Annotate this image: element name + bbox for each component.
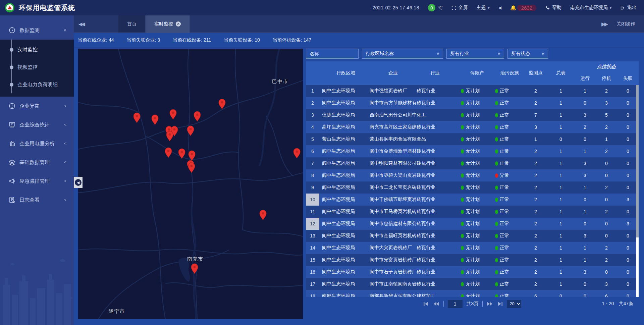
last-page-button[interactable] [497, 302, 503, 306]
table-row[interactable]: 8阆中生态环境局阆中市枣碧大梁山页岩砖瓦行业无计划异常21300 [306, 169, 639, 181]
column-header-停限产[interactable]: 停限产 [453, 61, 494, 85]
sidebar-submenu: 实时监控视频监控企业电力负荷明细 [0, 40, 74, 97]
cell-monitor-points: 2 [524, 157, 547, 169]
cell-running: 0 [574, 218, 596, 230]
table-row[interactable]: 9阆中生态环境局阆中市二龙长宝页岩砖砖瓦行业无计划正常21120 [306, 181, 639, 194]
org-dropdown[interactable]: 南充市生态环境局▾ [570, 5, 611, 11]
map-pin-icon[interactable] [151, 114, 159, 125]
table-row[interactable]: 1阆中生态环境局阆中强锐页岩砖厂砖瓦行业无计划正常21120 [306, 85, 639, 97]
map-city-label: 南充市 [187, 256, 203, 262]
table-row[interactable]: 10阆中生态环境局阆中千佛镇五郎垭页岩砖瓦行业无计划正常21003 [306, 194, 639, 206]
page-size-select[interactable]: 20 [507, 300, 521, 308]
sidebar-item-企业用电量分析[interactable]: 企业用电量分析< [0, 134, 74, 153]
table-row[interactable]: 2阆中生态环境局阆中市南方节能建材有砖瓦行业无计划正常21030 [306, 97, 639, 109]
table-row[interactable]: 14阆中生态环境局阆中大兴页岩机砖厂砖瓦行业无计划正常21120 [306, 242, 639, 254]
sidebar-item-基础数据管理[interactable]: 基础数据管理< [0, 153, 74, 172]
tab-close-icon[interactable]: ✕ [176, 21, 181, 26]
first-page-button[interactable] [423, 302, 429, 306]
sidebar-subitem-企业电力负荷明细[interactable]: 企业电力负荷明细 [0, 76, 74, 93]
cell-industry: 砖瓦行业 [417, 278, 453, 290]
map-pin-icon[interactable] [259, 210, 267, 220]
region-select[interactable]: 行政区域名称∨ [362, 49, 443, 59]
status-dot-icon [495, 234, 498, 238]
table-row[interactable]: 7阆中生态环境局阆中明阳建材有限公司砖瓦行业无计划正常21300 [306, 157, 639, 169]
sidebar-item-企业综合统计[interactable]: 企业综合统计< [0, 115, 74, 134]
name-search-input[interactable] [306, 49, 359, 59]
tab-实时监控[interactable]: 实时监控✕ [146, 15, 190, 33]
map-pin-icon[interactable] [193, 111, 201, 122]
tab-bar: ◀◀ 首页实时监控✕ ▶▶ 关闭操作 [74, 15, 644, 33]
scrollbar-thumb[interactable] [636, 85, 639, 237]
cell-index: 18 [306, 290, 319, 297]
industry-select[interactable]: 所有行业∨ [446, 49, 504, 59]
table-scrollbar[interactable] [636, 85, 639, 297]
map-pin-icon[interactable] [187, 162, 196, 173]
table-row[interactable]: 17阆中生态环境局阆中市江南镇阆南页岩砖瓦行业无计划正常21030 [306, 278, 639, 290]
map-pin-icon[interactable] [166, 131, 174, 142]
table-row[interactable]: 3仪陇生态环境局西南油气田分公司川中化工无计划正常71350 [306, 109, 639, 121]
tab-首页[interactable]: 首页 [118, 15, 146, 33]
column-header-运行[interactable]: 运行 [574, 72, 596, 85]
prev-page-button[interactable] [433, 302, 439, 306]
enterprise-table: 行政区域企业行业停限产治污设施监测点总表点位状态运行停机失联 1阆中生态环境局阆… [306, 61, 639, 297]
sidebar-subitem-视频监控[interactable]: 视频监控 [0, 58, 74, 76]
mute-button[interactable]: ◀ [498, 5, 501, 10]
map-pin-icon[interactable] [178, 148, 186, 159]
status-select[interactable]: 所有状态∨ [507, 49, 548, 59]
sidebar-item-应急减排管理[interactable]: 应急减排管理< [0, 172, 74, 191]
close-operations-button[interactable]: 关闭操作 [616, 21, 635, 27]
table-row[interactable]: 16阆中生态环境局阆中市石子页岩机砖厂砖瓦行业无计划正常21300 [306, 266, 639, 278]
sidebar-subitem-实时监控[interactable]: 实时监控 [0, 41, 74, 58]
map-pin-icon[interactable] [186, 125, 195, 136]
next-page-button[interactable] [487, 302, 493, 306]
theme-dropdown[interactable]: 主题▾ [477, 5, 490, 11]
map-pin-icon[interactable] [169, 109, 177, 120]
column-header-企业[interactable]: 企业 [370, 61, 417, 85]
sidebar-item-日志查看[interactable]: 日志查看< [0, 191, 74, 209]
cell-region: 阆中生态环境局 [319, 266, 370, 278]
column-header-行业[interactable]: 行业 [417, 61, 453, 85]
map-pin-icon[interactable] [164, 147, 172, 158]
facility-label: 正常 [500, 88, 509, 94]
column-header-监测点[interactable]: 监测点 [524, 61, 547, 85]
cell-enterprise: 南部县新华水泥有限公 [370, 290, 417, 297]
cell-running: 1 [574, 85, 596, 97]
status-dot-icon [495, 270, 498, 274]
sidebar-item-数据监测[interactable]: 数据监测∨ [0, 21, 74, 40]
map-pin-icon[interactable] [191, 263, 199, 274]
column-header-失联[interactable]: 失联 [617, 72, 639, 85]
facility-label: 正常 [500, 269, 509, 275]
table-row[interactable]: 4高坪生态环境局南充市高坪区王家店建砖瓦行业无计划正常31220 [306, 121, 639, 133]
map-pin-icon[interactable] [218, 99, 226, 109]
tabs-scroll-left-button[interactable]: ◀◀ [74, 21, 89, 27]
table-row[interactable]: 15阆中生态环境局阆中市光富页岩机砖厂砖瓦行业无计划正常21120 [306, 254, 639, 266]
column-header-行政区域[interactable]: 行政区域 [319, 61, 370, 85]
status-dot-icon [495, 210, 498, 214]
column-header-治污设施[interactable]: 治污设施 [494, 61, 524, 85]
table-row[interactable]: 18南部生态环境局南部县新华水泥有限公建材加工无计划正常60060 [306, 290, 639, 297]
layers-icon [9, 159, 15, 166]
table-row[interactable]: 11阆中生态环境局阆中市五马桥页岩机砖砖瓦行业无计划正常21120 [306, 206, 639, 218]
column-header-index [306, 61, 319, 85]
map-panel[interactable]: 巴中市南充市遂宁市 ◀ [78, 49, 303, 319]
map-pin-icon[interactable] [293, 148, 301, 159]
limit-label: 无计划 [466, 233, 480, 239]
fullscreen-button[interactable]: 全屏 [451, 5, 468, 11]
column-header-停机[interactable]: 停机 [596, 72, 617, 85]
logout-button[interactable]: 退出 [620, 5, 637, 11]
page-number-input[interactable] [448, 300, 463, 308]
sidebar-item-企业异常[interactable]: 企业异常< [0, 97, 74, 115]
tabs-scroll-right-button[interactable]: ▶▶ [601, 21, 607, 27]
cell-region: 阆中生态环境局 [319, 157, 370, 169]
table-row[interactable]: 6阆中生态环境局阆中市金博瑞新型墙材砖瓦行业无计划正常21120 [306, 145, 639, 157]
notification-button[interactable]: 🔔 2632 [510, 5, 536, 11]
limit-label: 无计划 [466, 160, 480, 166]
map-pin-icon[interactable] [133, 112, 141, 123]
map-pin-icon[interactable] [188, 150, 196, 161]
table-row[interactable]: 5营山生态环境局营山县润丰肉食品有限食品无计划正常10010 [306, 133, 639, 145]
column-header-总表[interactable]: 总表 [547, 61, 574, 85]
table-row[interactable]: 12阆中生态环境局阆中市忠信建材有限公砖瓦行业无计划正常21003 [306, 218, 639, 230]
map-collapse-handle[interactable]: ◀ [74, 177, 83, 188]
help-button[interactable]: 帮助 [545, 5, 561, 11]
table-row[interactable]: 13阆中生态环境局阆中市金福旺页岩机砖砖瓦行业无计划正常21300 [306, 230, 639, 242]
